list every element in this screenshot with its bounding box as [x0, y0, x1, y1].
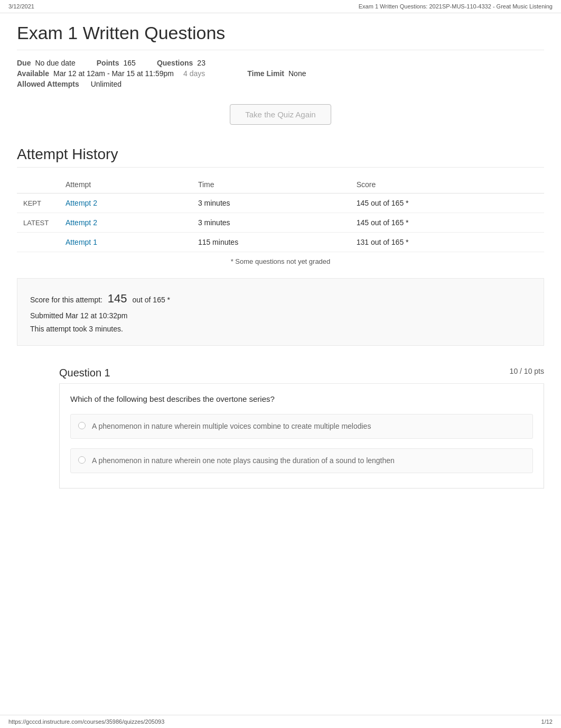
- row-attempt[interactable]: Attempt 1: [59, 233, 192, 252]
- question-1-title: Question 1: [59, 367, 110, 379]
- col-header-score: Score: [350, 176, 544, 193]
- score-summary: Score for this attempt: 145 out of 165 *…: [17, 278, 544, 346]
- row-label: [17, 233, 59, 252]
- questions-value: 23: [197, 59, 205, 67]
- answer-option-2[interactable]: A phenomenon in nature wherein one note …: [70, 448, 533, 473]
- take-quiz-container: Take the Quiz Again: [17, 104, 544, 125]
- due-value: No due date: [35, 59, 75, 67]
- points-label: Points: [97, 59, 119, 67]
- page-container: Exam 1 Written Questions Due No due date…: [0, 23, 561, 536]
- answer-text-1: A phenomenon in nature wherein multiple …: [92, 421, 371, 432]
- meta-questions: Questions 23: [157, 59, 205, 67]
- time-limit-label: Time Limit: [247, 69, 284, 78]
- allowed-attempts-label: Allowed Attempts: [17, 80, 79, 88]
- col-header-time: Time: [192, 176, 350, 193]
- questions-label: Questions: [157, 59, 193, 67]
- due-label: Due: [17, 59, 31, 67]
- meta-row-2: Available Mar 12 at 12am - Mar 15 at 11:…: [17, 69, 544, 78]
- footnote: * Some questions not yet graded: [17, 257, 544, 265]
- question-1-text: Which of the following best describes th…: [70, 394, 533, 403]
- browser-date: 3/12/2021: [8, 3, 34, 10]
- meta-time-limit: Time Limit None: [247, 69, 306, 78]
- browser-page-title: Exam 1 Written Questions: 2021SP-MUS-110…: [359, 3, 553, 10]
- row-time: 3 minutes: [192, 213, 350, 233]
- points-value: 165: [124, 59, 136, 67]
- row-score: 145 out of 165 *: [350, 193, 544, 213]
- answer-radio-1: [78, 422, 86, 429]
- row-time: 115 minutes: [192, 233, 350, 252]
- row-label: KEPT: [17, 193, 59, 213]
- score-line: Score for this attempt: 145 out of 165 *: [30, 288, 531, 309]
- meta-allowed-attempts: Allowed Attempts Unlimited: [17, 80, 121, 88]
- row-attempt[interactable]: Attempt 2: [59, 213, 192, 233]
- meta-row-3: Allowed Attempts Unlimited: [17, 80, 544, 88]
- duration-line: This attempt took 3 minutes.: [30, 322, 531, 336]
- submitted-line: Submitted Mar 12 at 10:32pm: [30, 309, 531, 322]
- meta-row-1: Due No due date Points 165 Questions 23: [17, 59, 544, 67]
- time-limit-value: None: [288, 69, 306, 78]
- score-number: 145: [108, 292, 127, 305]
- answer-text-2: A phenomenon in nature wherein one note …: [92, 455, 395, 466]
- available-days: 4 days: [183, 69, 205, 78]
- table-row: Attempt 1 115 minutes 131 out of 165 *: [17, 233, 544, 252]
- question-1-header: Question 1 10 / 10 pts: [59, 362, 544, 384]
- row-time: 3 minutes: [192, 193, 350, 213]
- meta-points: Points 165: [97, 59, 136, 67]
- available-label: Available: [17, 69, 49, 78]
- table-row: LATEST Attempt 2 3 minutes 145 out of 16…: [17, 213, 544, 233]
- row-score: 145 out of 165 *: [350, 213, 544, 233]
- meta-due: Due No due date: [17, 59, 76, 67]
- answer-radio-2: [78, 456, 86, 464]
- row-attempt[interactable]: Attempt 2: [59, 193, 192, 213]
- take-quiz-button[interactable]: Take the Quiz Again: [230, 104, 331, 125]
- meta-available: Available Mar 12 at 12am - Mar 15 at 11:…: [17, 69, 205, 78]
- allowed-attempts-value: Unlimited: [91, 80, 121, 88]
- col-header-attempt: Attempt: [59, 176, 192, 193]
- score-label: Score for this attempt:: [30, 296, 102, 304]
- row-score: 131 out of 165 *: [350, 233, 544, 252]
- table-row: KEPT Attempt 2 3 minutes 145 out of 165 …: [17, 193, 544, 213]
- answer-option-1[interactable]: A phenomenon in nature wherein multiple …: [70, 414, 533, 439]
- answer-options: A phenomenon in nature wherein multiple …: [70, 414, 533, 473]
- row-label: LATEST: [17, 213, 59, 233]
- col-header-label: [17, 176, 59, 193]
- attempt-history-table: Attempt Time Score KEPT Attempt 2 3 minu…: [17, 176, 544, 252]
- score-suffix: out of 165 *: [132, 296, 170, 304]
- question-1-pts: 10 / 10 pts: [510, 367, 544, 375]
- question-1-block: Question 1 10 / 10 pts Which of the foll…: [59, 362, 544, 489]
- browser-bar: 3/12/2021 Exam 1 Written Questions: 2021…: [0, 0, 561, 13]
- available-value: Mar 12 at 12am - Mar 15 at 11:59pm: [53, 69, 174, 78]
- page-title: Exam 1 Written Questions: [17, 23, 544, 50]
- attempt-history-title: Attempt History: [17, 146, 544, 168]
- meta-section: Due No due date Points 165 Questions 23 …: [17, 59, 544, 88]
- question-1-body: Which of the following best describes th…: [59, 384, 544, 489]
